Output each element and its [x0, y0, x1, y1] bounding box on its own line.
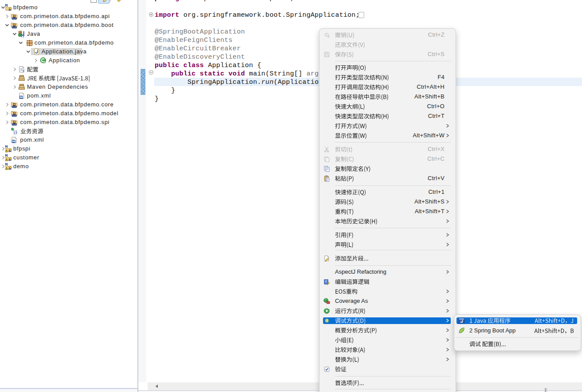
- svg-text:!?: !?: [14, 131, 17, 135]
- svg-text:?: ?: [22, 69, 24, 73]
